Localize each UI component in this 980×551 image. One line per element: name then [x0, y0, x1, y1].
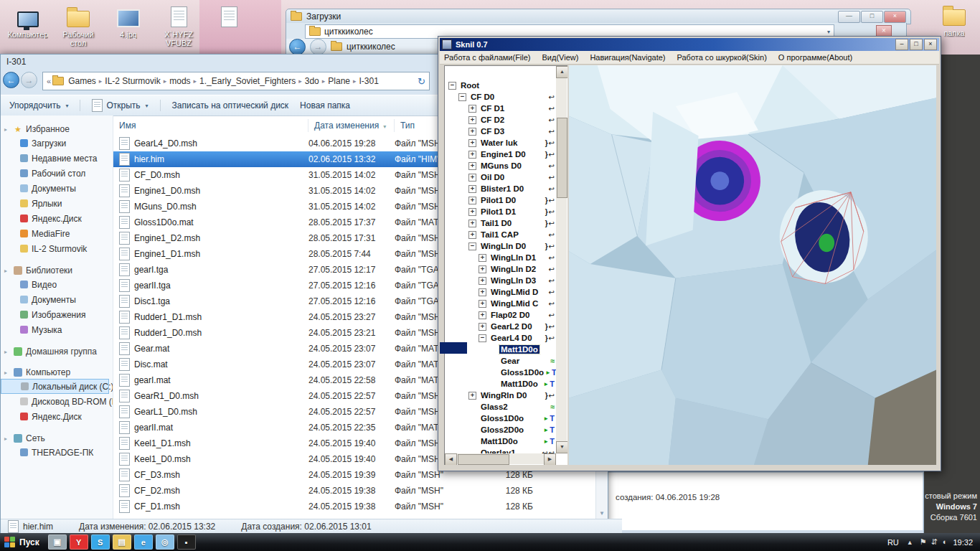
tree-expander[interactable]: + — [479, 311, 486, 319]
sidebar-item[interactable]: Изображения — [1, 307, 113, 322]
tree-node[interactable]: Glass2≈ — [444, 401, 567, 413]
app-button[interactable]: ▣ — [48, 534, 67, 550]
tree-expander[interactable]: + — [479, 277, 486, 285]
tree-node[interactable]: +Pilot1 D0}↩ — [444, 194, 567, 206]
menu-file[interactable]: Работа с файлами(File) — [444, 53, 531, 62]
breadcrumb-overflow-icon[interactable]: « — [47, 77, 51, 85]
tree-node[interactable]: Gloss2D0o►T — [444, 424, 567, 435]
maximize-button[interactable]: □ — [910, 39, 923, 50]
sidebar-item[interactable]: Локальный диск (C:) — [1, 379, 109, 394]
maximize-button[interactable]: □ — [861, 11, 883, 23]
desktop-icon-1[interactable]: Компьютер — [3, 3, 53, 49]
sidebar-item[interactable]: Загрузки — [1, 136, 113, 151]
sidebar-header[interactable]: ▸★Избранное — [1, 123, 113, 136]
sidebar-item[interactable]: Дисковод BD-ROM (H:) — [1, 394, 113, 409]
close-button[interactable]: × — [884, 11, 906, 23]
sidebar-item[interactable]: Музыка — [1, 322, 113, 337]
tree-node[interactable]: Gloss1D0o►T — [444, 413, 567, 424]
volume-icon[interactable]: ◖ — [942, 537, 947, 547]
3d-viewport[interactable] — [569, 65, 936, 465]
minimize-button[interactable]: — — [838, 11, 860, 23]
sidebar-item[interactable]: THERADGE-ПК — [1, 445, 113, 460]
forward-button[interactable]: → — [21, 72, 37, 88]
tree-expander[interactable]: + — [468, 105, 476, 113]
tree-node[interactable]: +WingLMid D↩ — [444, 286, 567, 298]
desktop-icon-2[interactable]: Рабочий стол — [53, 3, 103, 49]
language-indicator[interactable]: RU — [887, 538, 899, 547]
tree-expander[interactable]: + — [479, 288, 486, 296]
scroll-down-icon[interactable]: ▼ — [596, 508, 608, 519]
downloads-window-titlebar[interactable]: Загрузки — □ × — [286, 9, 911, 24]
tree-node[interactable]: +Oil D0↩ — [444, 171, 567, 183]
tree-expander[interactable]: + — [468, 220, 476, 227]
tree-node[interactable]: +Tail1 D0}↩ — [444, 217, 567, 229]
menu-skin[interactable]: Работа со шкуркой(Skin) — [677, 53, 767, 62]
sidebar-header[interactable]: ▸Компьютер — [1, 366, 113, 379]
sidebar-item[interactable]: Документы — [1, 292, 113, 307]
tray-expand-icon[interactable]: ▲ — [907, 539, 913, 546]
back-button[interactable]: ← — [3, 72, 19, 88]
breadcrumb-segment[interactable]: 3do — [302, 76, 322, 86]
tree-node[interactable]: +WingLln D2↩ — [444, 263, 567, 275]
tree-node[interactable]: +Engine1 D0}↩ — [444, 149, 567, 160]
breadcrumb-segment[interactable]: Games — [65, 76, 99, 86]
tree-node[interactable]: +MGuns D0↩ — [444, 160, 567, 171]
burn-button[interactable]: Записать на оптический диск — [172, 100, 289, 110]
sknil-titlebar[interactable]: Sknil 0.7 – □ × — [440, 38, 939, 51]
sidebar-item[interactable]: Яндекс.Диск — [1, 211, 113, 226]
open-button[interactable]: Открыть ▾ — [92, 99, 148, 112]
tree-node[interactable]: +Blister1 D0↩ — [444, 183, 567, 194]
tree-node[interactable]: Matt1D0o►T — [444, 378, 567, 390]
tree-node[interactable]: +WingLln D3↩ — [444, 275, 567, 286]
desktop-icon-papka[interactable]: папка — [933, 3, 976, 37]
tree-node[interactable]: +GearL2 D0}↩ — [444, 321, 567, 332]
breadcrumb-segment[interactable]: I-301 — [357, 76, 382, 86]
sidebar-header[interactable]: ▸Сеть — [1, 432, 113, 445]
sidebar-item[interactable]: Недавние места — [1, 151, 113, 166]
sidebar-item[interactable]: Видео — [1, 277, 113, 292]
sidebar-header[interactable]: ▸Библиотеки — [1, 264, 113, 277]
tree-expander[interactable]: − — [468, 242, 476, 250]
tree-expander[interactable]: + — [468, 139, 476, 147]
tree-node[interactable]: +WingLln D1↩ — [444, 252, 567, 263]
tree-node[interactable]: +Water luk}↩ — [444, 137, 567, 149]
tree-node[interactable]: +Tail1 CAP↩ — [444, 229, 567, 240]
tree-node[interactable]: +CF D3↩ — [444, 126, 567, 137]
tree-node[interactable]: +Flap02 D0↩ — [444, 309, 567, 321]
scroll-left-icon[interactable]: ◀ — [445, 453, 457, 465]
sidebar-header[interactable]: ▸Домашняя группа — [1, 345, 113, 358]
tree-expander[interactable]: + — [468, 231, 476, 239]
console-button[interactable]: ▪ — [177, 534, 196, 550]
tree-expander[interactable]: + — [479, 265, 486, 273]
tree-expander[interactable]: + — [468, 197, 476, 204]
scrollbar-thumb[interactable] — [458, 454, 509, 465]
sidebar-item[interactable]: Яндекс.Диск — [1, 409, 113, 424]
close-button[interactable]: × — [924, 39, 937, 50]
clock[interactable]: 19:32 — [953, 538, 973, 547]
tree-node[interactable]: −CF D0↩ — [444, 91, 567, 103]
breadcrumb-segment[interactable]: IL-2 Sturmovik — [102, 76, 163, 86]
internet-explorer-button[interactable]: e — [134, 534, 153, 550]
tree-node[interactable]: Gloss1D0o►T — [444, 367, 567, 378]
scroll-down-icon[interactable]: ▼ — [556, 441, 567, 453]
skype-button[interactable]: S — [91, 534, 110, 550]
tree-node[interactable]: +WingLMid C↩ — [444, 298, 567, 309]
tree-node[interactable]: +Pilot1 D1}↩ — [444, 206, 567, 217]
tree-expander[interactable]: + — [468, 128, 476, 136]
menu-navigate[interactable]: Навигация(Navigate) — [590, 53, 665, 62]
tree-node[interactable]: Matt1D0o►T — [444, 435, 567, 447]
tree-node[interactable]: Gear≈ — [444, 355, 567, 367]
yandex-browser-button[interactable]: Y — [70, 534, 88, 550]
tree-expander[interactable]: + — [468, 185, 476, 193]
menu-view[interactable]: Вид(View) — [542, 53, 579, 62]
sidebar-item[interactable]: Ярлыки — [1, 196, 113, 211]
sidebar-item[interactable]: MediaFire — [1, 226, 113, 241]
tree-expander[interactable]: + — [479, 300, 486, 308]
refresh-icon[interactable]: ↻ — [418, 76, 425, 87]
forward-button[interactable]: → — [310, 39, 326, 55]
tree-node[interactable]: +CF D1↩ — [444, 103, 567, 114]
tree-expander[interactable]: − — [448, 82, 456, 90]
chevron-down-icon[interactable]: ▾ — [827, 29, 830, 35]
desktop-icon-3[interactable]: 4.jpg — [103, 3, 154, 49]
scrollbar-thumb[interactable] — [557, 118, 567, 198]
